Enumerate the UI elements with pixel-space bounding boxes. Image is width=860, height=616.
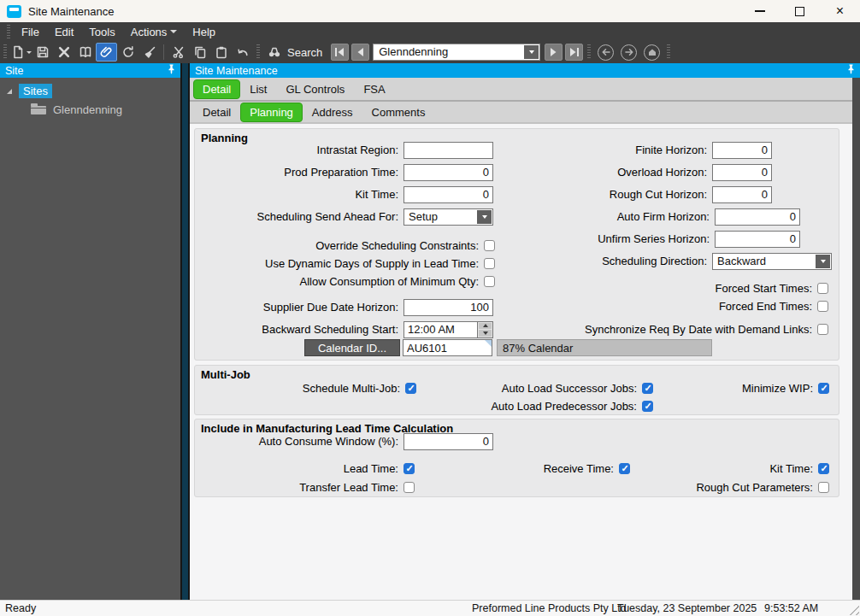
pin-icon[interactable] bbox=[847, 64, 855, 77]
tab-detail[interactable]: Detail bbox=[193, 79, 240, 99]
spin-down-icon[interactable] bbox=[479, 330, 492, 337]
kit-time-calc-checkbox[interactable] bbox=[818, 463, 829, 474]
spin-up-icon[interactable] bbox=[479, 323, 492, 330]
delete-button[interactable] bbox=[53, 43, 74, 62]
toolbar-grip[interactable] bbox=[587, 44, 591, 60]
forced-start-times-checkbox[interactable] bbox=[817, 283, 828, 294]
menu-grip[interactable] bbox=[7, 25, 10, 38]
auto-load-predecessor-checkbox[interactable] bbox=[642, 401, 653, 412]
calendar-id-button[interactable]: Calendar ID... bbox=[304, 339, 400, 356]
transfer-lead-time-checkbox[interactable] bbox=[403, 482, 415, 493]
menu-tools[interactable]: Tools bbox=[81, 24, 122, 40]
app-icon bbox=[7, 5, 21, 18]
rough-cut-parameters-label: Rough Cut Parameters: bbox=[674, 481, 813, 494]
home-icon bbox=[647, 47, 657, 57]
menu-edit[interactable]: Edit bbox=[47, 24, 81, 40]
minimize-button[interactable] bbox=[739, 0, 780, 22]
lead-time-checkbox[interactable] bbox=[403, 463, 415, 474]
last-record-button[interactable] bbox=[565, 44, 583, 61]
chevron-down-icon bbox=[821, 260, 826, 263]
subtab-detail[interactable]: Detail bbox=[193, 103, 240, 122]
clear-form-button[interactable] bbox=[138, 43, 160, 62]
calendar-id-field[interactable] bbox=[403, 339, 492, 356]
rough-cut-parameters-checkbox[interactable] bbox=[818, 482, 829, 493]
panel-splitter[interactable] bbox=[180, 63, 190, 600]
maximize-button[interactable] bbox=[780, 0, 820, 22]
minimize-wip-checkbox[interactable] bbox=[818, 383, 829, 394]
supplier-due-date-field[interactable] bbox=[403, 299, 493, 316]
scheduling-send-ahead-value: Setup bbox=[404, 209, 476, 225]
save-button[interactable] bbox=[32, 43, 53, 62]
tree-node-sites[interactable]: Sites bbox=[7, 84, 180, 98]
scheduling-send-ahead-dropdown[interactable] bbox=[477, 210, 492, 224]
overload-horizon-field[interactable] bbox=[712, 164, 772, 181]
tab-list[interactable]: List bbox=[240, 79, 276, 99]
receive-time-checkbox[interactable] bbox=[619, 463, 630, 474]
back-arrow-icon bbox=[601, 47, 611, 57]
prod-preparation-time-field[interactable] bbox=[403, 164, 493, 181]
close-button[interactable]: × bbox=[820, 0, 860, 22]
navigate-forward-button[interactable] bbox=[621, 44, 637, 61]
toolbar-grip[interactable] bbox=[667, 44, 670, 60]
refresh-button[interactable] bbox=[117, 43, 138, 62]
time-spinner[interactable] bbox=[478, 321, 493, 338]
scheduling-direction-value: Backward bbox=[713, 254, 815, 269]
attach-button[interactable] bbox=[96, 43, 117, 62]
overload-horizon-label: Overload Horizon: bbox=[524, 166, 707, 179]
rough-cut-horizon-field[interactable] bbox=[712, 186, 772, 203]
record-selector-dropdown[interactable] bbox=[524, 45, 539, 59]
allow-consumption-checkbox[interactable] bbox=[484, 276, 495, 287]
pin-icon[interactable] bbox=[168, 64, 175, 77]
new-document-button[interactable] bbox=[10, 43, 32, 62]
subtab-planning[interactable]: Planning bbox=[240, 103, 303, 122]
auto-firm-horizon-field[interactable] bbox=[715, 208, 800, 226]
synchronize-req-by-date-checkbox[interactable] bbox=[817, 324, 828, 335]
subtab-comments[interactable]: Comments bbox=[362, 103, 435, 122]
menu-actions[interactable]: Actions bbox=[123, 24, 186, 40]
title-bar: Site Maintenance × bbox=[0, 0, 860, 22]
record-selector[interactable]: Glenndenning bbox=[373, 44, 540, 61]
forced-end-times-checkbox[interactable] bbox=[817, 301, 828, 312]
tree-node-glenndenning-label[interactable]: Glenndenning bbox=[53, 103, 122, 116]
search-button[interactable] bbox=[263, 43, 285, 62]
record-selector-value: Glenndenning bbox=[374, 44, 523, 60]
browse-button[interactable] bbox=[74, 43, 96, 62]
tab-gl-controls[interactable]: GL Controls bbox=[276, 79, 354, 99]
previous-record-button[interactable] bbox=[351, 44, 369, 61]
new-document-icon bbox=[11, 45, 25, 59]
tab-fsa[interactable]: FSA bbox=[354, 79, 394, 99]
binoculars-icon bbox=[268, 45, 281, 59]
menu-help[interactable]: Help bbox=[185, 24, 223, 40]
kit-time-field[interactable] bbox=[403, 186, 493, 203]
toolbar-grip[interactable] bbox=[3, 44, 7, 60]
cut-button[interactable] bbox=[168, 43, 189, 62]
resize-grip[interactable] bbox=[849, 605, 859, 615]
tree-expand-icon[interactable] bbox=[7, 89, 12, 94]
subtab-address[interactable]: Address bbox=[303, 103, 362, 122]
tree-node-sites-label[interactable]: Sites bbox=[19, 84, 52, 98]
synchronize-req-by-date-label: Synchronize Req By Date with Demand Link… bbox=[524, 323, 812, 336]
toolbar-grip[interactable] bbox=[256, 44, 260, 60]
undo-button[interactable] bbox=[232, 43, 253, 62]
intrastat-region-field[interactable] bbox=[403, 142, 493, 159]
auto-consume-window-field[interactable] bbox=[403, 433, 493, 450]
tree-node-glenndenning[interactable]: Glenndenning bbox=[31, 103, 180, 116]
status-text: Ready bbox=[5, 602, 36, 614]
finite-horizon-field[interactable] bbox=[712, 142, 772, 159]
first-record-button[interactable] bbox=[331, 44, 349, 61]
copy-button[interactable] bbox=[189, 43, 210, 62]
scheduling-direction-dropdown[interactable] bbox=[816, 255, 830, 268]
scheduling-send-ahead-select[interactable]: Setup bbox=[403, 208, 493, 226]
scheduling-direction-select[interactable]: Backward bbox=[712, 253, 832, 270]
paste-button[interactable] bbox=[210, 43, 232, 62]
unfirm-series-horizon-field[interactable] bbox=[715, 231, 800, 248]
menu-file[interactable]: File bbox=[14, 24, 47, 40]
auto-load-successor-checkbox[interactable] bbox=[642, 383, 653, 394]
home-button[interactable] bbox=[644, 44, 660, 61]
override-constraints-checkbox[interactable] bbox=[484, 240, 495, 251]
dynamic-days-checkbox[interactable] bbox=[484, 258, 495, 269]
backward-scheduling-start-field[interactable] bbox=[403, 321, 478, 338]
next-record-button[interactable] bbox=[545, 44, 563, 61]
navigate-back-button[interactable] bbox=[598, 44, 614, 61]
schedule-multi-job-checkbox[interactable] bbox=[405, 383, 416, 394]
